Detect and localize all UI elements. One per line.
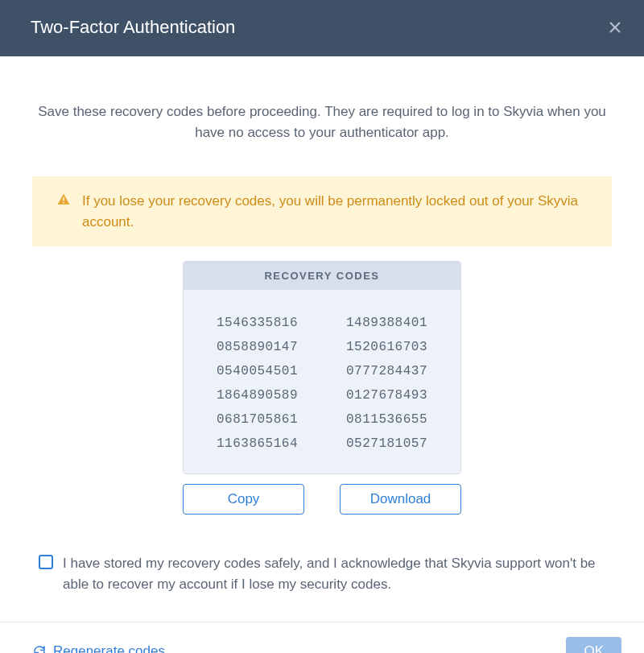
regenerate-label: Regenerate codes <box>53 643 165 653</box>
recovery-codes-header: RECOVERY CODES <box>184 262 460 290</box>
refresh-icon <box>32 644 47 653</box>
download-button[interactable]: Download <box>340 484 461 515</box>
copy-button[interactable]: Copy <box>183 484 304 515</box>
recovery-code: 0681705861 <box>217 412 298 427</box>
recovery-code: 0527181057 <box>346 436 427 451</box>
close-button[interactable] <box>605 14 625 40</box>
recovery-codes-panel: RECOVERY CODES 1546335816 1489388401 085… <box>183 261 461 474</box>
recovery-code: 0777284437 <box>346 364 427 378</box>
recovery-code: 1489388401 <box>346 316 427 330</box>
recovery-code: 1163865164 <box>217 436 298 451</box>
modal-footer: Regenerate codes OK <box>0 622 644 653</box>
acknowledgement-row: I have stored my recovery codes safely, … <box>32 553 612 594</box>
modal-header: Two-Factor Authentication <box>0 0 644 56</box>
acknowledgement-text: I have stored my recovery codes safely, … <box>63 553 605 594</box>
intro-text: Save these recovery codes before proceed… <box>32 101 612 143</box>
recovery-code: 1864890589 <box>217 388 298 403</box>
warning-text: If you lose your recovery codes, you wil… <box>82 191 584 232</box>
acknowledgement-checkbox[interactable] <box>39 555 53 569</box>
warning-box: If you lose your recovery codes, you wil… <box>32 176 612 246</box>
code-actions: Copy Download <box>183 484 461 515</box>
svg-rect-1 <box>63 202 64 204</box>
modal-title: Two-Factor Authentication <box>31 17 235 38</box>
ok-button[interactable]: OK <box>566 637 621 653</box>
recovery-code: 0127678493 <box>346 388 427 403</box>
warning-icon <box>56 192 71 210</box>
modal-body: Save these recovery codes before proceed… <box>0 56 644 594</box>
recovery-codes-list: 1546335816 1489388401 0858890147 1520616… <box>184 290 460 473</box>
recovery-code: 1520616703 <box>346 340 427 354</box>
recovery-code: 1546335816 <box>217 316 298 330</box>
recovery-code: 0858890147 <box>217 340 298 354</box>
close-icon <box>609 21 621 34</box>
svg-rect-0 <box>63 197 64 201</box>
regenerate-codes-link[interactable]: Regenerate codes <box>32 643 165 653</box>
recovery-code: 0811536655 <box>346 412 427 427</box>
recovery-code: 0540054501 <box>217 364 298 378</box>
